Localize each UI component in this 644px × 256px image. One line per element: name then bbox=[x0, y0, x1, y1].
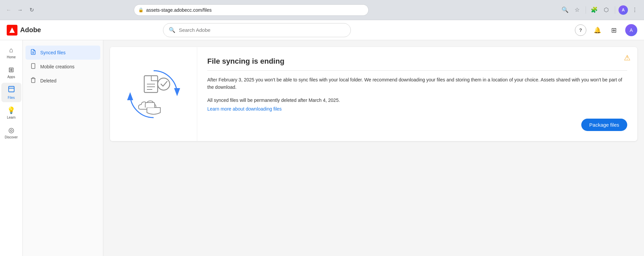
nav-mobile-creations[interactable]: Mobile creations bbox=[25, 60, 100, 74]
nav-deleted[interactable]: Deleted bbox=[25, 74, 100, 88]
apps-grid-button[interactable]: ⊞ bbox=[608, 24, 620, 36]
synced-files-label: Synced files bbox=[40, 50, 65, 55]
banner-divider bbox=[207, 70, 627, 71]
back-button[interactable]: ← bbox=[4, 5, 13, 15]
files-icon bbox=[8, 85, 15, 94]
sidebar-item-learn[interactable]: 💡 Learn bbox=[1, 104, 21, 122]
sidebar-item-discover[interactable]: ◎ Discover bbox=[1, 123, 21, 142]
sidebar-learn-label: Learn bbox=[7, 116, 16, 119]
sidebar-apps-label: Apps bbox=[7, 75, 15, 79]
top-header: Adobe 🔍 ? 🔔 ⊞ A bbox=[0, 20, 644, 40]
app-container: Adobe 🔍 ? 🔔 ⊞ A ⌂ Home ⊞ Apps bbox=[0, 20, 644, 256]
sidebar-item-home[interactable]: ⌂ Home bbox=[1, 44, 21, 62]
browser-menu-button[interactable]: ⋮ bbox=[630, 5, 640, 15]
refresh-button[interactable]: ↻ bbox=[27, 5, 36, 15]
address-text: assets-stage.adobecc.com/files bbox=[146, 7, 364, 13]
search-icon: 🔍 bbox=[169, 27, 175, 33]
package-files-button[interactable]: Package files bbox=[581, 119, 627, 131]
search-bar[interactable]: 🔍 bbox=[163, 23, 351, 37]
sidebar-files-label: Files bbox=[8, 96, 15, 100]
sidebar-item-apps[interactable]: ⊞ Apps bbox=[1, 63, 21, 81]
forward-button[interactable]: → bbox=[15, 5, 25, 15]
synced-files-icon bbox=[30, 49, 36, 56]
notification-banner: ⚠ File syncing is ending After February … bbox=[110, 47, 637, 141]
svg-rect-5 bbox=[32, 64, 35, 69]
header-right: ? 🔔 ⊞ A bbox=[575, 24, 637, 36]
banner-illustration bbox=[110, 47, 197, 141]
adobe-logo-text: Adobe bbox=[20, 26, 41, 34]
sidebar-item-files[interactable]: Files bbox=[1, 83, 21, 102]
deleted-label: Deleted bbox=[40, 78, 56, 83]
left-nav: Synced files Mobile creations Deleted bbox=[23, 40, 103, 256]
adobe-logo: Adobe bbox=[7, 25, 41, 36]
browser-actions: 🔍 ☆ 🧩 ⬡ A ⋮ bbox=[560, 5, 640, 15]
banner-actions: Package files bbox=[207, 119, 627, 131]
main-body: ⌂ Home ⊞ Apps Files 💡 Learn ◎ bbox=[0, 40, 644, 256]
warning-icon: ⚠ bbox=[624, 54, 631, 62]
svg-point-11 bbox=[158, 78, 170, 90]
deleted-icon bbox=[30, 77, 36, 84]
browser-puzzle-button[interactable]: ⬡ bbox=[601, 5, 611, 15]
discover-icon: ◎ bbox=[8, 126, 14, 134]
icon-sidebar: ⌂ Home ⊞ Apps Files 💡 Learn ◎ bbox=[0, 40, 23, 256]
sidebar-home-label: Home bbox=[7, 55, 16, 59]
mobile-creations-label: Mobile creations bbox=[40, 64, 74, 69]
separator bbox=[586, 6, 586, 14]
browser-bookmark-button[interactable]: ☆ bbox=[572, 5, 582, 15]
apps-icon: ⊞ bbox=[8, 66, 14, 74]
svg-marker-0 bbox=[9, 27, 15, 33]
content-area: ⚠ File syncing is ending After February … bbox=[103, 40, 644, 256]
notifications-button[interactable]: 🔔 bbox=[592, 24, 603, 36]
help-button[interactable]: ? bbox=[575, 24, 586, 36]
svg-rect-1 bbox=[8, 86, 14, 92]
banner-main-text: After February 3, 2025 you won't be able… bbox=[207, 76, 627, 91]
user-profile[interactable]: A bbox=[625, 24, 637, 36]
browser-nav-buttons: ← → ↻ bbox=[4, 5, 36, 15]
sidebar-discover-label: Discover bbox=[5, 135, 18, 139]
banner-content: ⚠ File syncing is ending After February … bbox=[197, 47, 637, 141]
browser-search-button[interactable]: 🔍 bbox=[560, 5, 570, 15]
learn-more-link[interactable]: Learn more about downloading files bbox=[207, 106, 282, 112]
address-icon: 🔒 bbox=[138, 7, 144, 12]
browser-profile[interactable]: A bbox=[619, 5, 628, 15]
mobile-creations-icon bbox=[30, 63, 36, 70]
learn-icon: 💡 bbox=[7, 106, 15, 114]
banner-secondary-text: All synced files will be permanently del… bbox=[207, 97, 627, 104]
browser-extensions-button[interactable]: 🧩 bbox=[589, 5, 599, 15]
adobe-logo-icon bbox=[7, 25, 17, 36]
home-icon: ⌂ bbox=[9, 46, 13, 54]
banner-title: File syncing is ending bbox=[207, 57, 627, 66]
search-input[interactable] bbox=[179, 27, 345, 33]
address-bar[interactable]: 🔒 assets-stage.adobecc.com/files bbox=[134, 4, 369, 16]
nav-synced-files[interactable]: Synced files bbox=[25, 46, 100, 60]
browser-chrome: ← → ↻ 🔒 assets-stage.adobecc.com/files 🔍… bbox=[0, 0, 644, 20]
separator2 bbox=[615, 6, 615, 14]
